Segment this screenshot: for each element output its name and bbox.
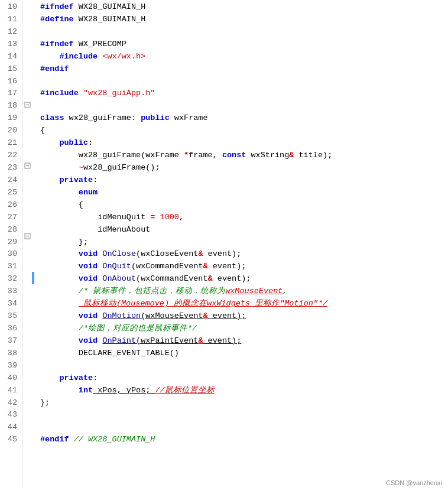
line-number: 37 — [0, 335, 17, 347]
fold-marker — [22, 92, 32, 102]
line-number: 31 — [0, 261, 17, 273]
watermark: CSDN @yanzhenxi — [386, 478, 442, 488]
left-bar-indicator — [32, 12, 35, 25]
fold-marker — [22, 263, 32, 273]
line-number: 40 — [0, 372, 17, 385]
code-line: 鼠标移动(Mousemove) 的概念在wxWidgets 里称作"Motion… — [40, 298, 448, 310]
fold-marker — [22, 132, 32, 142]
line-number: 22 — [0, 150, 17, 162]
line-number: 10 — [0, 1, 17, 14]
fold-marker — [22, 243, 32, 253]
line-number: 35 — [0, 310, 17, 323]
fold-marker — [22, 21, 32, 31]
left-bar-indicator — [32, 74, 35, 87]
left-bar-indicator — [32, 259, 35, 272]
code-line — [40, 26, 448, 38]
code-line: ~wx28_guiFrame(); — [40, 162, 448, 174]
line-number: 25 — [0, 187, 17, 199]
fold-marker — [22, 303, 32, 313]
code-line: }; — [40, 397, 448, 410]
code-line: void OnAbout(wxCommandEvent& event); — [40, 273, 448, 285]
line-number: 39 — [0, 360, 17, 372]
left-bar — [32, 0, 35, 488]
fold-marker — [22, 41, 32, 51]
left-bar-indicator — [32, 408, 35, 420]
left-bar-indicator — [32, 420, 35, 433]
line-number: 20 — [0, 125, 17, 137]
left-bar-indicator — [32, 247, 35, 259]
left-bar-indicator — [32, 346, 35, 359]
code-line: #ifndef WX28_GUIMAIN_H — [40, 1, 448, 14]
left-bar-indicator — [32, 235, 35, 248]
code-line: class wx28_guiFrame: public wxFrame — [40, 112, 448, 125]
left-bar-indicator — [32, 272, 34, 284]
line-number: 30 — [0, 248, 17, 261]
fold-marker — [22, 293, 32, 303]
fold-marker — [22, 344, 32, 354]
code-line: private: — [40, 372, 448, 385]
code-line: private: — [40, 174, 448, 187]
line-numbers: 1011121314151617181920212223242526272829… — [0, 0, 22, 488]
code-line — [40, 360, 448, 372]
line-number: 15 — [0, 63, 17, 76]
fold-marker — [22, 1, 32, 11]
line-number: 28 — [0, 224, 17, 236]
code-line: /*绘图，对应的也是鼠标事件*/ — [40, 323, 448, 335]
line-number: 29 — [0, 236, 17, 249]
code-line: idMenuQuit = 1000, — [40, 212, 448, 224]
left-bar-indicator — [32, 321, 35, 334]
fold-marker — [22, 283, 32, 293]
left-bar-indicator — [32, 223, 35, 235]
left-bar-indicator — [32, 371, 35, 384]
code-line: { — [40, 125, 448, 137]
left-bar-indicator — [32, 0, 35, 12]
code-line: #endif // WX28_GUIMAIN_H — [40, 434, 448, 446]
line-number: 45 — [0, 434, 17, 446]
code-line: /* 鼠标事件，包括点击，移动，统称为wxMouseEvent, — [40, 285, 448, 298]
line-number: 34 — [0, 298, 17, 310]
fold-marker[interactable] — [22, 233, 32, 243]
fold-marker — [22, 213, 32, 223]
left-bar-indicator — [32, 50, 35, 62]
code-line: void OnClose(wxCloseEvent& event); — [40, 248, 448, 261]
line-number: 38 — [0, 347, 17, 360]
line-number: 13 — [0, 38, 17, 51]
fold-marker — [22, 11, 32, 21]
line-number: 27 — [0, 212, 17, 224]
code-line: { — [40, 199, 448, 212]
left-bar-indicator — [32, 25, 35, 37]
code-line: DECLARE_EVENT_TABLE() — [40, 347, 448, 360]
fold-marker — [22, 324, 32, 334]
code-line: idMenuAbout — [40, 224, 448, 236]
line-number: 19 — [0, 112, 17, 125]
left-bar-indicator — [32, 148, 35, 161]
fold-marker — [22, 193, 32, 203]
code-line — [40, 76, 448, 88]
fold-marker[interactable] — [22, 162, 32, 173]
line-number: 23 — [0, 162, 17, 174]
left-bar-indicator — [32, 433, 35, 445]
fold-marker — [22, 51, 32, 61]
code-line: #endif — [40, 63, 448, 76]
left-bar-indicator — [32, 161, 35, 173]
code-line: #ifndef WX_PRECOMP — [40, 38, 448, 51]
line-number: 21 — [0, 137, 17, 150]
code-line: enum — [40, 187, 448, 199]
left-bar-indicator — [32, 186, 35, 198]
fold-marker — [22, 334, 32, 344]
line-number: 11 — [0, 14, 17, 26]
fold-marker — [22, 61, 32, 72]
left-bar-indicator — [32, 309, 35, 321]
line-number: 32 — [0, 273, 17, 285]
fold-marker — [22, 203, 32, 213]
fold-marker — [22, 273, 32, 283]
code-line — [40, 421, 448, 434]
fold-marker[interactable] — [22, 102, 32, 112]
left-bar-indicator — [32, 359, 35, 371]
code-line — [40, 100, 448, 112]
code-content: #ifndef WX28_GUIMAIN_H#define WX28_GUIMA… — [35, 0, 448, 488]
left-bar-indicator — [32, 86, 35, 99]
line-number: 44 — [0, 421, 17, 434]
fold-marker — [22, 173, 32, 183]
code-line: wx28_guiFrame(wxFrame *frame, const wxSt… — [40, 150, 448, 162]
